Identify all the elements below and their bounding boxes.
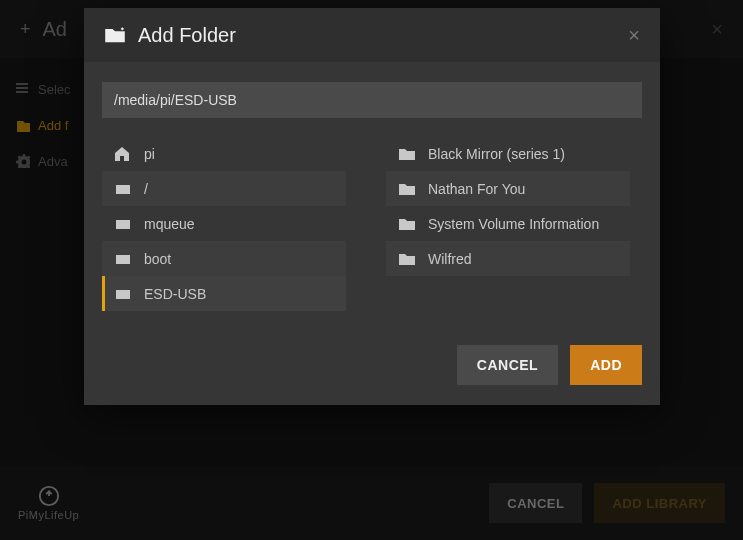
drive-item[interactable]: boot [102, 241, 346, 276]
drive-icon [114, 216, 132, 232]
drive-item[interactable]: / [102, 171, 346, 206]
folder-icon [398, 251, 416, 267]
close-icon[interactable]: × [628, 24, 640, 47]
path-input[interactable] [102, 82, 642, 118]
folders-column: Black Mirror (series 1)Nathan For YouSys… [386, 136, 630, 311]
folder-item[interactable]: Nathan For You [386, 171, 630, 206]
folder-item[interactable]: System Volume Information [386, 206, 630, 241]
home-icon [114, 146, 132, 162]
drive-icon [114, 286, 132, 302]
folder-item[interactable]: Black Mirror (series 1) [386, 136, 630, 171]
folder-icon [398, 181, 416, 197]
drive-icon [114, 251, 132, 267]
add-folder-modal: Add Folder × pi/mqueuebootESD-USB Black … [84, 8, 660, 405]
add-button[interactable]: ADD [570, 345, 642, 385]
folder-browser: pi/mqueuebootESD-USB Black Mirror (serie… [102, 136, 642, 311]
modal-title: Add Folder [138, 24, 236, 47]
folder-label: Nathan For You [428, 181, 525, 197]
modal-footer: CANCEL ADD [84, 327, 660, 405]
folder-label: Wilfred [428, 251, 472, 267]
drive-icon [114, 181, 132, 197]
drive-item[interactable]: mqueue [102, 206, 346, 241]
modal-body: pi/mqueuebootESD-USB Black Mirror (serie… [84, 62, 660, 327]
drive-label: / [144, 181, 148, 197]
drive-label: pi [144, 146, 155, 162]
drive-label: mqueue [144, 216, 195, 232]
folder-icon [398, 216, 416, 232]
folder-icon [398, 146, 416, 162]
drive-item[interactable]: ESD-USB [102, 276, 346, 311]
drive-item[interactable]: pi [102, 136, 346, 171]
drive-label: ESD-USB [144, 286, 206, 302]
drive-label: boot [144, 251, 171, 267]
drives-column: pi/mqueuebootESD-USB [102, 136, 346, 311]
folder-label: System Volume Information [428, 216, 599, 232]
modal-header: Add Folder × [84, 8, 660, 62]
cancel-button[interactable]: CANCEL [457, 345, 558, 385]
folder-plus-icon [104, 24, 126, 46]
folder-item[interactable]: Wilfred [386, 241, 630, 276]
folder-label: Black Mirror (series 1) [428, 146, 565, 162]
